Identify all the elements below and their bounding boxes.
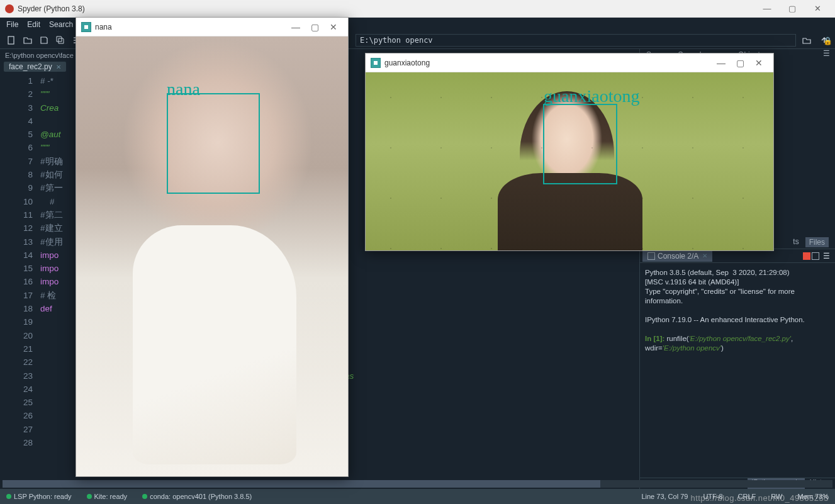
save-icon[interactable]	[36, 33, 52, 47]
breadcrumb-path: E:\python opencv\face	[5, 52, 74, 59]
opencv-window-title: nana	[95, 23, 286, 31]
window-maximize-button[interactable]: ▢	[305, 22, 324, 32]
tab-ts[interactable]: ts	[793, 237, 799, 247]
menu-file[interactable]: File	[3, 19, 22, 30]
clear-console-icon[interactable]	[812, 252, 819, 260]
opencv-window-nana[interactable]: nana — ▢ ✕ nana	[76, 17, 349, 477]
scrollbar-thumb[interactable]	[3, 480, 600, 488]
face-detection-box	[543, 104, 617, 184]
new-file-icon[interactable]	[4, 33, 19, 47]
menu-search[interactable]: Search	[45, 19, 77, 30]
browse-folder-icon[interactable]	[800, 33, 814, 47]
opencv-window-titlebar[interactable]: nana — ▢ ✕	[76, 18, 348, 36]
status-lsp: LSP Python: ready	[6, 493, 72, 500]
window-minimize-button[interactable]: —	[754, 4, 780, 13]
window-close-button[interactable]: ✕	[805, 4, 830, 13]
tab-files[interactable]: Files	[805, 237, 829, 247]
console-kernel-icon	[647, 252, 655, 260]
console-output[interactable]: Python 3.8.5 (default, Sep 3 2020, 21:29…	[640, 263, 835, 478]
status-conda: conda: opencv401 (Python 3.8.5)	[142, 493, 252, 500]
opencv-app-icon	[81, 22, 91, 32]
console-tab-label: Console 2/A	[658, 252, 698, 260]
window-close-button[interactable]: ✕	[749, 58, 768, 68]
line-number-gutter: 1234567891011121314151617181920212223242…	[0, 74, 40, 489]
window-maximize-button[interactable]: ▢	[731, 58, 749, 68]
editor-tab-active[interactable]: face_rec2.py ✕	[4, 62, 66, 72]
opencv-app-icon	[371, 58, 381, 68]
svg-rect-0	[8, 36, 14, 44]
window-close-button[interactable]: ✕	[324, 22, 343, 32]
opencv-window-title: guanxiaotong	[384, 59, 712, 67]
lock-icon[interactable]: 🔒	[823, 36, 832, 45]
menu-edit[interactable]: Edit	[23, 19, 44, 30]
window-minimize-button[interactable]: —	[286, 22, 305, 32]
working-directory-input[interactable]	[356, 34, 796, 47]
console-pane: Console 2/A ✕ ☰ Python 3.8.5 (default, S…	[640, 249, 835, 489]
stop-kernel-icon[interactable]	[803, 252, 810, 260]
close-icon[interactable]: ✕	[56, 64, 61, 70]
app-titlebar: Spyder (Python 3.8) — ▢ ✕	[0, 0, 835, 18]
watermark-text: https://blog.csdn.net/m0_49865255	[690, 493, 829, 503]
window-maximize-button[interactable]: ▢	[780, 4, 805, 13]
face-detection-box	[167, 93, 260, 194]
spyder-logo-icon	[5, 4, 14, 13]
editor-tab-label: face_rec2.py	[9, 62, 52, 71]
open-folder-icon[interactable]	[20, 33, 35, 47]
save-all-icon[interactable]	[53, 33, 68, 47]
console-tabs: Console 2/A ✕ ☰	[640, 249, 835, 263]
opencv-window-guanxiaotong[interactable]: guanxiaotong — ▢ ✕ guanxiaotong	[365, 53, 774, 251]
console-tab-active[interactable]: Console 2/A ✕	[642, 250, 712, 262]
app-title: Spyder (Python 3.8)	[18, 4, 754, 13]
close-icon[interactable]: ✕	[702, 252, 707, 259]
opencv-window-titlebar[interactable]: guanxiaotong — ▢ ✕	[366, 53, 773, 72]
editor-horizontal-scrollbar[interactable]	[3, 480, 832, 488]
hamburger-icon[interactable]: ☰	[823, 252, 830, 260]
opencv-image-display: guanxiaotong	[366, 72, 773, 250]
status-kite: Kite: ready	[87, 493, 128, 500]
window-minimize-button[interactable]: —	[712, 58, 731, 68]
status-cursor-pos: Line 73, Col 79	[641, 493, 688, 500]
opencv-image-display: nana	[76, 36, 348, 476]
